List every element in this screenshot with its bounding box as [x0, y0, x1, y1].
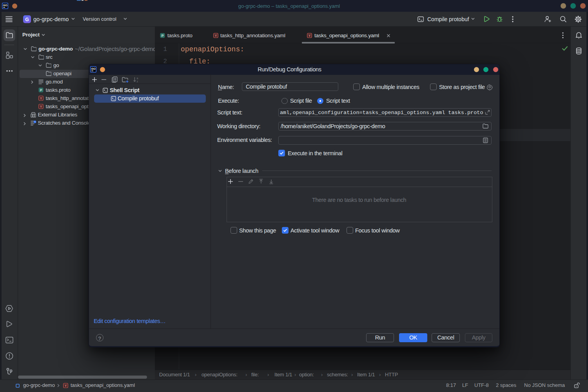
- svg-text:P: P: [162, 33, 164, 37]
- svg-text:a: a: [137, 77, 138, 80]
- svg-text:Y: Y: [215, 33, 217, 37]
- svg-text:Y: Y: [40, 105, 42, 109]
- svg-text:GO: GO: [91, 67, 96, 71]
- svg-text:z: z: [137, 80, 138, 83]
- svg-text:Y: Y: [65, 384, 67, 388]
- svg-text:P: P: [40, 88, 42, 92]
- svg-text:Y: Y: [40, 96, 42, 100]
- svg-text:Y: Y: [309, 33, 311, 37]
